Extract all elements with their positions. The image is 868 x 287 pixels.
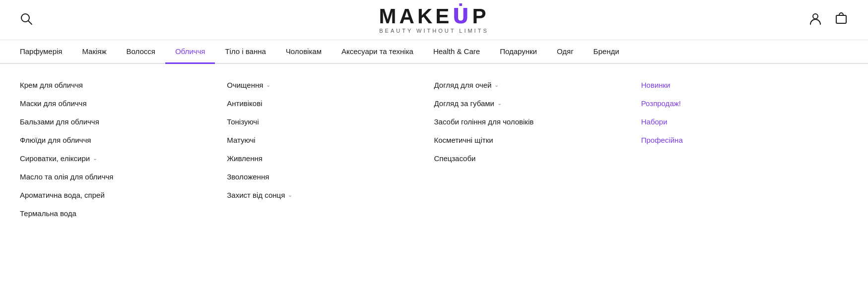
nav-odiah[interactable]: Одяг [547, 40, 584, 64]
dropdown-matuiuchi[interactable]: Матуючі [227, 131, 434, 149]
brand-name: MAKEU̇P [379, 6, 489, 27]
logo[interactable]: MAKEU̇P BEAUTY WITHOUT LIMITS [379, 6, 489, 34]
dropdown-rozprodazh[interactable]: Розпродаж! [641, 94, 848, 113]
chevron-icon: ⌄ [93, 155, 97, 162]
nav-makiyazh[interactable]: Макіяж [72, 40, 116, 64]
chevron-icon: ⌄ [266, 82, 270, 88]
account-icon[interactable] [808, 11, 822, 28]
nav-volossia[interactable]: Волосся [117, 40, 165, 64]
nav-podarunky[interactable]: Подарунки [490, 40, 547, 64]
dropdown-nabory[interactable]: Набори [641, 113, 848, 131]
dropdown-dohliad-hubamy[interactable]: Догляд за губами ⌄ [434, 94, 641, 113]
dropdown-spetszasoby[interactable]: Спецзасоби [434, 149, 641, 168]
chevron-icon: ⌄ [494, 82, 499, 88]
svg-line-1 [28, 21, 32, 24]
header-icons [808, 11, 848, 28]
dropdown-menu: Крем для обличчя Маски для обличчя Бальз… [0, 64, 868, 238]
nav-aksesuary[interactable]: Аксесуари та техніка [332, 40, 423, 64]
chevron-icon: ⌄ [497, 100, 502, 107]
dropdown-novynky[interactable]: Новинки [641, 76, 848, 94]
dropdown-col-2: Очищення ⌄ Антивікові Тонізуючі Матуючі … [227, 76, 434, 223]
dropdown-ochyshchennia[interactable]: Очищення ⌄ [227, 76, 434, 94]
dropdown-kosmetychni[interactable]: Косметичні щітки [434, 131, 641, 149]
svg-point-2 [813, 14, 818, 19]
dropdown-fliuidy[interactable]: Флюїди для обличчя [20, 131, 227, 149]
dropdown-aromatychna[interactable]: Ароматична вода, спрей [20, 186, 227, 204]
nav-brendy[interactable]: Бренди [584, 40, 629, 64]
dropdown-profesiina[interactable]: Професійна [641, 131, 848, 149]
nav-oblychchia[interactable]: Обличчя [165, 40, 215, 64]
dropdown-col-4: Новинки Розпродаж! Набори Професійна [641, 76, 848, 223]
dropdown-dohliad-ochei[interactable]: Догляд для очей ⌄ [434, 76, 641, 94]
dropdown-zvolozhennia[interactable]: Зволоження [227, 168, 434, 186]
dropdown-zhyvlennia[interactable]: Живлення [227, 149, 434, 168]
cart-icon[interactable] [834, 11, 848, 28]
dropdown-masky[interactable]: Маски для обличчя [20, 94, 227, 113]
nav-tilo[interactable]: Тіло і ванна [215, 40, 275, 64]
svg-rect-3 [836, 15, 846, 23]
dropdown-col-1: Крем для обличчя Маски для обличчя Бальз… [20, 76, 227, 223]
dropdown-golinnia[interactable]: Засоби гоління для чоловіків [434, 113, 641, 131]
dropdown-syrovatky[interactable]: Сироватки, еліксири ⌄ [20, 149, 227, 168]
dropdown-maslo[interactable]: Масло та олія для обличчя [20, 168, 227, 186]
dropdown-krem[interactable]: Крем для обличчя [20, 76, 227, 94]
dropdown-zakhyst[interactable]: Захист від сонця ⌄ [227, 186, 434, 204]
tagline: BEAUTY WITHOUT LIMITS [379, 28, 489, 34]
search-button[interactable] [20, 12, 33, 27]
nav-parfumeria[interactable]: Парфумерія [10, 40, 72, 64]
dropdown-col-3: Догляд для очей ⌄ Догляд за губами ⌄ Зас… [434, 76, 641, 223]
nav-cholovikam[interactable]: Чоловікам [276, 40, 332, 64]
nav-health-care[interactable]: Health & Care [423, 40, 490, 64]
dropdown-balzamy[interactable]: Бальзами для обличчя [20, 113, 227, 131]
nav-bar: Парфумерія Макіяж Волосся Обличчя Тіло і… [0, 40, 868, 64]
brand-dot: U̇ [452, 4, 472, 28]
dropdown-tonizuiuchi[interactable]: Тонізуючі [227, 113, 434, 131]
dropdown-termalna[interactable]: Термальна вода [20, 204, 227, 223]
chevron-icon: ⌄ [288, 192, 292, 198]
dropdown-antyvikovi[interactable]: Антивікові [227, 94, 434, 113]
header: MAKEU̇P BEAUTY WITHOUT LIMITS [0, 0, 868, 40]
